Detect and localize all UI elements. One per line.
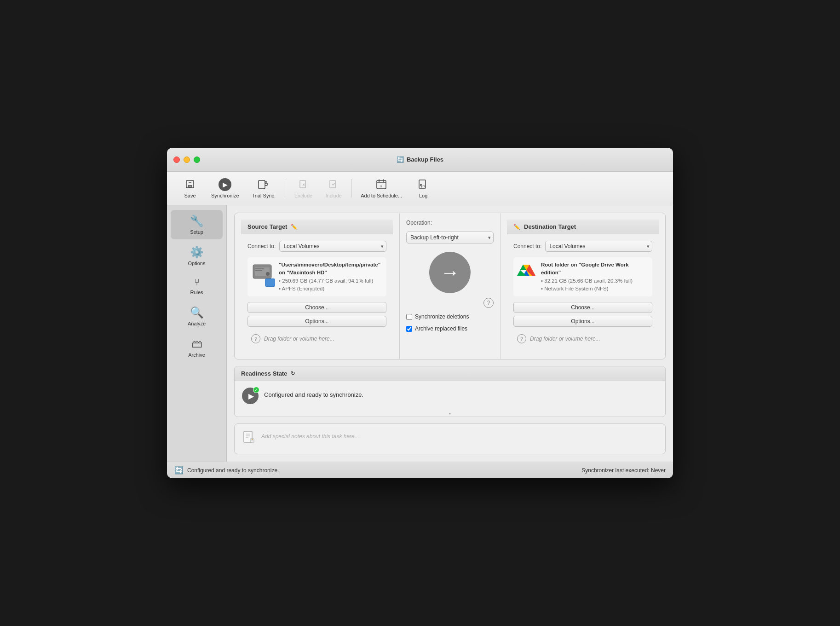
- sidebar-item-setup[interactable]: 🔧 Setup: [171, 210, 223, 239]
- readiness-panel: Readiness State ↻ ▶ ✓ Configured and rea…: [234, 366, 666, 417]
- dest-help-button[interactable]: ?: [517, 334, 526, 343]
- notes-panel: Add special notes about this task here..…: [234, 423, 666, 454]
- wrench-icon: 🔧: [190, 214, 204, 227]
- fork-icon: ⑂: [194, 277, 200, 288]
- dest-connect-row: Connect to: Local Volumes: [513, 241, 652, 252]
- notes-icon: [242, 430, 256, 447]
- synchronize-button[interactable]: ▶ Synchronize: [206, 175, 245, 201]
- scroll-indicator: ●: [235, 411, 665, 417]
- destination-target-header: ✏️ Destination Target: [507, 220, 659, 234]
- svg-rect-18: [255, 268, 264, 269]
- readiness-content: ▶ ✓ Configured and ready to synchronize.: [235, 381, 665, 411]
- title-icon: 🔄: [397, 156, 404, 163]
- save-icon: [184, 178, 196, 191]
- notes-area: Add special notes about this task here..…: [235, 424, 665, 454]
- check-badge: ✓: [253, 387, 259, 393]
- dest-action-btns: Choose... Options...: [513, 302, 652, 327]
- sidebar-item-analyze[interactable]: 🔍 Analyze: [171, 301, 223, 331]
- sync-deletions-checkbox-row[interactable]: Synchronize deletions: [406, 313, 469, 320]
- targets-layout: Source Target ✏️ Connect to: Local Volum…: [235, 213, 665, 359]
- source-connect-select-wrapper: Local Volumes: [279, 241, 386, 252]
- dest-connect-select[interactable]: Local Volumes: [545, 241, 652, 252]
- dest-stat-1: • 32.21 GB (25.66 GB avail, 20.3% full): [541, 278, 633, 284]
- sync-deletions-checkbox[interactable]: [406, 314, 412, 320]
- status-icon: 🔄: [174, 466, 184, 475]
- ready-icon-wrap: ▶ ✓: [242, 388, 259, 404]
- svg-rect-1: [259, 180, 265, 189]
- dest-connect-select-wrapper: Local Volumes: [545, 241, 652, 252]
- status-left: 🔄 Configured and ready to synchronize.: [174, 466, 279, 475]
- toolbar-separator-1: [285, 179, 285, 197]
- source-drive-info: "Users/immovero/Desktop/temp/private" on…: [247, 257, 386, 296]
- schedule-icon: ≡: [375, 178, 388, 191]
- refresh-icon[interactable]: ↻: [291, 371, 295, 377]
- source-drag-area: ? Drag folder or volume here...: [247, 331, 386, 346]
- operation-select-wrap: Backup Left-to-right: [406, 232, 494, 243]
- dest-drive-details: Root folder on "Google Drive Work editio…: [541, 261, 649, 293]
- synchronize-icon: ▶: [219, 178, 231, 191]
- titlebar: 🔄 Backup Files: [167, 148, 673, 172]
- window-title: 🔄 Backup Files: [397, 156, 443, 163]
- toolbar: Save ▶ Synchronize Trial Sync.: [167, 172, 673, 205]
- source-stat-1: • 250.69 GB (14.77 GB avail, 94.1% full): [279, 278, 373, 284]
- dest-options-button[interactable]: Options...: [513, 316, 652, 327]
- exclude-icon: [297, 178, 310, 191]
- include-icon: [327, 178, 340, 191]
- operation-panel: Operation: Backup Left-to-right → ? Sync…: [399, 213, 501, 359]
- source-action-btns: Choose... Options...: [247, 302, 386, 327]
- destination-target-panel: ✏️ Destination Target Connect to: Local …: [501, 213, 665, 359]
- archive-icon: 🗃: [191, 337, 202, 350]
- dest-stat-2: • Network File System (NFS): [541, 286, 609, 291]
- archive-replaced-checkbox[interactable]: [406, 326, 412, 332]
- source-stat-2: • APFS (Encrypted): [279, 286, 324, 291]
- dest-drag-area: ? Drag folder or volume here...: [513, 331, 652, 346]
- operation-select[interactable]: Backup Left-to-right: [406, 232, 494, 243]
- gdrive-icon: [517, 261, 535, 279]
- content-area: Source Target ✏️ Connect to: Local Volum…: [227, 205, 673, 462]
- statusbar: 🔄 Configured and ready to synchronize. S…: [167, 462, 673, 478]
- source-edit-icon[interactable]: ✏️: [291, 224, 298, 230]
- svg-point-17: [266, 272, 270, 276]
- targets-panel: Source Target ✏️ Connect to: Local Volum…: [234, 213, 666, 359]
- source-choose-button[interactable]: Choose...: [247, 302, 386, 313]
- sidebar: 🔧 Setup ⚙️ Options ⑂ Rules 🔍 Analyze 🗃 A…: [167, 205, 227, 462]
- svg-text:¶n: ¶n: [420, 184, 425, 188]
- zoom-button[interactable]: [194, 156, 200, 163]
- application-window: 🔄 Backup Files Save ▶ Synchron: [167, 148, 673, 478]
- main-layout: 🔧 Setup ⚙️ Options ⑂ Rules 🔍 Analyze 🗃 A…: [167, 205, 673, 462]
- save-button[interactable]: Save: [176, 175, 204, 201]
- sidebar-item-options[interactable]: ⚙️ Options: [171, 241, 223, 271]
- source-target-panel: Source Target ✏️ Connect to: Local Volum…: [235, 213, 399, 359]
- log-button[interactable]: ¶n Log: [409, 175, 437, 201]
- exclude-button[interactable]: Exclude: [289, 175, 318, 201]
- dest-choose-button[interactable]: Choose...: [513, 302, 652, 313]
- readiness-header: Readiness State ↻: [235, 366, 665, 381]
- toolbar-separator-2: [351, 179, 351, 197]
- dest-edit-icon[interactable]: ✏️: [513, 224, 520, 230]
- source-drive-details: "Users/immovero/Desktop/temp/private" on…: [279, 261, 383, 293]
- source-connect-row: Connect to: Local Volumes: [247, 241, 386, 252]
- source-help-button[interactable]: ?: [251, 334, 260, 343]
- operation-help-button[interactable]: ?: [483, 298, 494, 308]
- direction-arrow: →: [429, 252, 471, 293]
- source-target-header: Source Target ✏️: [241, 220, 393, 234]
- log-icon: ¶n: [417, 178, 430, 191]
- dest-drive-info: Root folder on "Google Drive Work editio…: [513, 257, 652, 296]
- source-options-button[interactable]: Options...: [247, 316, 386, 327]
- trial-sync-button[interactable]: Trial Sync.: [247, 175, 282, 201]
- svg-text:≡: ≡: [380, 185, 383, 189]
- close-button[interactable]: [173, 156, 180, 163]
- source-connect-select[interactable]: Local Volumes: [279, 241, 386, 252]
- include-button[interactable]: Include: [320, 175, 347, 201]
- add-schedule-button[interactable]: ≡ Add to Schedule...: [355, 175, 408, 201]
- sidebar-item-rules[interactable]: ⑂ Rules: [171, 272, 223, 300]
- sidebar-item-archive[interactable]: 🗃 Archive: [171, 333, 223, 362]
- trial-sync-icon: [257, 178, 270, 191]
- archive-replaced-checkbox-row[interactable]: Archive replaced files: [406, 325, 467, 332]
- svg-rect-19: [255, 270, 262, 271]
- gear-icon: ⚙️: [190, 246, 204, 259]
- traffic-lights: [173, 156, 200, 163]
- minimize-button[interactable]: [184, 156, 190, 163]
- magnifier-icon: 🔍: [190, 306, 204, 319]
